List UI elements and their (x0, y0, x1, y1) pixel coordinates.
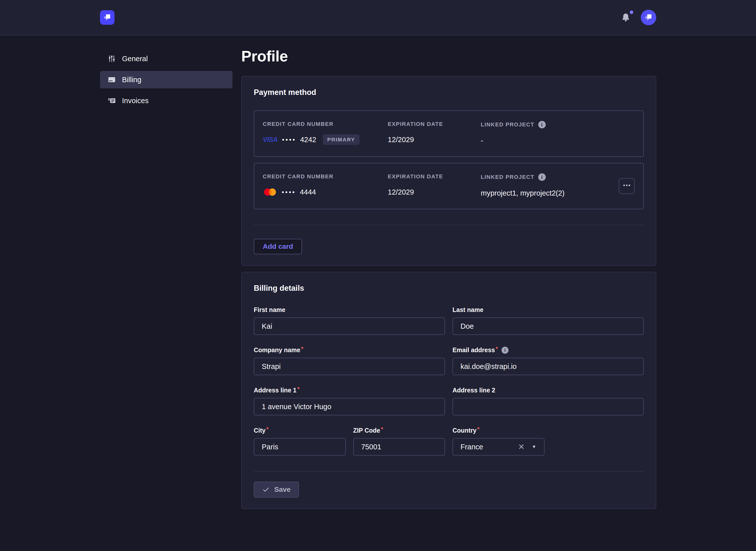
city-label: City* (254, 427, 346, 434)
last-name-label: Last name (453, 306, 644, 314)
check-icon (262, 486, 270, 493)
first-name-input[interactable] (254, 318, 445, 335)
credit-card-row-mastercard: CREDIT CARD NUMBER •••• 4444 (254, 163, 644, 209)
credit-card-number-value: •••• 4444 (263, 186, 388, 198)
svg-text:$: $ (108, 97, 110, 101)
zip-code-label: ZIP Code* (353, 427, 445, 434)
required-marker: * (381, 426, 383, 433)
info-icon[interactable]: i (538, 121, 546, 128)
strapi-avatar-mark (644, 12, 654, 22)
primary-badge: PRIMARY (323, 134, 359, 145)
add-card-button[interactable]: Add card (254, 239, 302, 254)
email-address-field: Email address* i (453, 347, 644, 375)
city-input[interactable] (254, 438, 346, 456)
sidebar-item-label: Invoices (122, 97, 149, 105)
chevron-down-icon[interactable]: ▼ (532, 444, 536, 450)
sidebar-item-invoices[interactable]: $ Invoices (100, 92, 233, 109)
credit-card-number-label: CREDIT CARD NUMBER (263, 173, 388, 180)
save-button[interactable]: Save (254, 482, 299, 498)
sidebar-item-billing[interactable]: Billing (100, 71, 233, 88)
credit-card-icon (107, 75, 116, 84)
strapi-logo-mark (102, 12, 112, 22)
expiration-date-label: EXPIRATION DATE (388, 121, 481, 127)
expiration-date-value: 12/2029 (388, 186, 481, 198)
zip-code-field: ZIP Code* (353, 427, 445, 456)
credit-card-row-visa: CREDIT CARD NUMBER VISA •••• 4242 PRIMAR… (254, 110, 644, 157)
company-name-label: Company name* (254, 347, 445, 354)
strapi-logo[interactable] (100, 10, 114, 25)
country-select[interactable]: France ✕ ▼ (453, 438, 544, 456)
country-select-value: France (461, 443, 518, 451)
billing-details-card: Billing details First name Last name (241, 272, 656, 509)
notifications-bell-icon[interactable] (621, 12, 631, 22)
billing-details-heading: Billing details (254, 284, 644, 293)
clear-icon[interactable]: ✕ (518, 442, 525, 452)
divider (254, 471, 644, 472)
save-button-label: Save (274, 486, 290, 494)
payment-method-card: Payment method CREDIT CARD NUMBER VISA •… (241, 76, 656, 266)
card-more-actions-button[interactable]: ••• (619, 178, 635, 194)
linked-project-label: LINKED PROJECT i (481, 173, 619, 181)
card-last4: 4242 (300, 136, 316, 144)
linked-project-label: LINKED PROJECT i (481, 121, 635, 128)
info-icon[interactable]: i (502, 347, 508, 354)
company-name-field: Company name* (254, 347, 445, 375)
country-label: Country* (453, 427, 544, 434)
mastercard-logo (263, 187, 277, 197)
sidebar-item-label: General (122, 55, 148, 63)
info-icon[interactable]: i (538, 173, 546, 181)
address-line1-field: Address line 1* (254, 387, 445, 415)
credit-card-number-label: CREDIT CARD NUMBER (263, 121, 388, 127)
billing-form: First name Last name Company name* (254, 306, 644, 456)
country-field: Country* France ✕ ▼ (453, 427, 544, 456)
email-address-input[interactable] (453, 358, 644, 375)
card-last4: 4444 (300, 188, 316, 196)
expiration-date-label: EXPIRATION DATE (388, 173, 481, 180)
company-name-input[interactable] (254, 358, 445, 375)
last-name-input[interactable] (453, 318, 644, 335)
card-mask-dots: •••• (282, 136, 296, 144)
divider (254, 225, 644, 225)
required-marker: * (266, 426, 268, 433)
settings-sidebar: General Billing $ (100, 35, 233, 113)
address-line1-input[interactable] (254, 398, 445, 415)
expiration-date-value: 12/2029 (388, 134, 481, 145)
required-marker: * (301, 346, 303, 353)
address-line1-label: Address line 1* (254, 387, 445, 394)
linked-project-value: myproject1, myproject2(2) (481, 187, 619, 199)
sliders-icon (107, 54, 116, 63)
credit-card-number-value: VISA •••• 4242 PRIMARY (263, 134, 388, 145)
payment-method-heading: Payment method (254, 88, 644, 97)
main-content: Profile Payment method CREDIT CARD NUMBE… (233, 35, 656, 515)
sidebar-item-label: Billing (122, 76, 141, 84)
linked-project-value: - (481, 135, 635, 146)
card-mask-dots: •••• (282, 188, 296, 196)
address-line2-field: Address line 2 (453, 387, 644, 415)
required-marker: * (496, 346, 498, 353)
address-line2-input[interactable] (453, 398, 644, 415)
zip-code-input[interactable] (353, 438, 445, 456)
required-marker: * (477, 426, 480, 433)
email-address-label: Email address* i (453, 347, 644, 354)
required-marker: * (297, 386, 299, 393)
visa-logo: VISA (263, 136, 277, 144)
address-line2-label: Address line 2 (453, 387, 644, 394)
page-title: Profile (241, 47, 656, 65)
grid-spacer (552, 427, 644, 456)
invoice-icon: $ (107, 96, 116, 105)
user-avatar[interactable] (641, 10, 656, 25)
first-name-field: First name (254, 306, 445, 335)
topbar-actions (621, 10, 656, 25)
topbar (0, 0, 756, 35)
sidebar-item-general[interactable]: General (100, 50, 233, 67)
bell-icon (621, 12, 631, 22)
last-name-field: Last name (453, 306, 644, 335)
first-name-label: First name (254, 306, 445, 314)
notification-dot (630, 10, 633, 14)
city-field: City* (254, 427, 346, 456)
